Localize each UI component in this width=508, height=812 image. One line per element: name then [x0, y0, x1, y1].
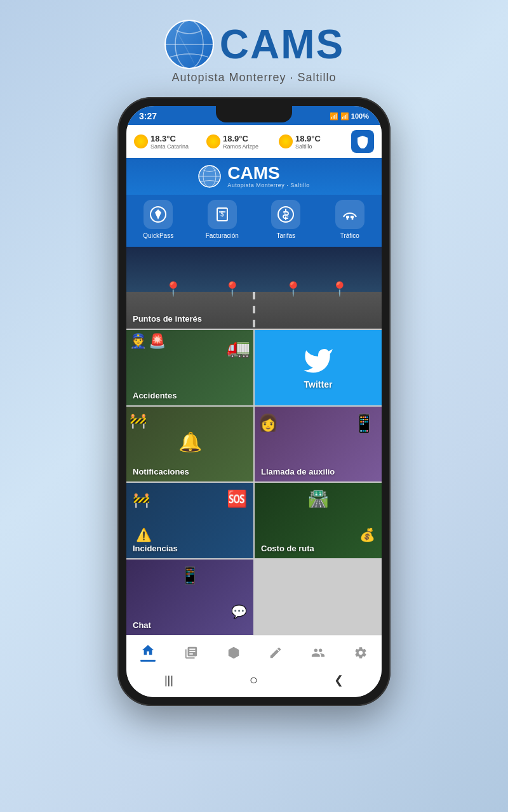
nav-home[interactable]: [135, 641, 161, 664]
twitter-label: Twitter: [304, 379, 333, 390]
chat-tile[interactable]: 📱 💬 Chat: [126, 560, 253, 635]
app-banner: CAMS Autopista Monterrey · Saltillo: [126, 158, 382, 195]
twitter-bird-icon: [299, 345, 337, 377]
weather-info-3: 18.9°C Saltillo: [295, 134, 321, 150]
nav-box[interactable]: [222, 643, 246, 662]
weather-item-1: 18.3°C Santa Catarina: [134, 134, 201, 150]
facturacion-button[interactable]: $ Facturación: [190, 200, 255, 239]
temp-3: 18.9°C: [295, 134, 321, 143]
facturacion-label: Facturación: [206, 232, 239, 239]
quick-access-bar: QuickPass $ Facturación: [126, 195, 382, 247]
costo-label: Costo de ruta: [255, 539, 321, 558]
temp-1: 18.3°C: [150, 134, 189, 143]
quickpass-button[interactable]: QuickPass: [126, 200, 190, 239]
logo-row: CAMS: [164, 19, 344, 70]
incidencias-label: Incidencias: [126, 539, 184, 558]
android-nav: ||| ○ ❮: [126, 667, 382, 697]
weather-item-3: 18.9°C Saltillo: [279, 134, 346, 150]
svg-point-16: [351, 218, 353, 220]
grid-container: 📍 📍 📍 📍 Puntos de interés 🚛 👮 🚨 Accident…: [126, 247, 382, 635]
phone-screen: 3:27 📶 📶 100% 18.3°C Santa Catarina 18.9…: [126, 106, 382, 697]
svg-marker-8: [155, 209, 161, 219]
banner-cams-label: CAMS: [227, 164, 279, 182]
notificaciones-tile[interactable]: 🔔 🚧 Notificaciones: [126, 407, 253, 482]
phone-notch: [216, 106, 292, 122]
weather-info-2: 18.9°C Ramos Arizpe: [223, 134, 258, 150]
incidencias-tile[interactable]: 🆘 🚧 ⚠️ Incidencias: [126, 483, 253, 558]
twitter-tile[interactable]: Twitter: [255, 330, 382, 405]
shield-icon[interactable]: [351, 130, 374, 153]
city-2: Ramos Arizpe: [223, 143, 258, 150]
top-logo: CAMS Autopista Monterrey · Saltillo: [164, 19, 344, 84]
sun-icon-1: [134, 134, 148, 148]
nav-home-indicator: [140, 660, 156, 662]
status-icons: 📶 📶 100%: [330, 112, 369, 121]
trafico-button[interactable]: Tráfico: [318, 200, 382, 239]
weather-item-2: 18.9°C Ramos Arizpe: [206, 134, 274, 150]
nav-settings[interactable]: [349, 643, 373, 662]
quickpass-icon: [144, 200, 173, 229]
puntos-label: Puntos de interés: [126, 309, 208, 329]
city-3: Saltillo: [295, 143, 321, 150]
android-home-button[interactable]: ○: [250, 672, 258, 688]
facturacion-icon: $: [208, 200, 237, 229]
weather-bar: 18.3°C Santa Catarina 18.9°C Ramos Arizp…: [126, 125, 382, 158]
banner-text: CAMS Autopista Monterrey · Saltillo: [227, 164, 310, 188]
nav-people[interactable]: [306, 643, 330, 662]
nav-book[interactable]: [179, 643, 203, 662]
logo-subtitle: Autopista Monterrey · Saltillo: [171, 71, 336, 84]
android-recent-button[interactable]: |||: [164, 674, 173, 687]
trafico-label: Tráfico: [340, 232, 359, 239]
costo-tile[interactable]: 🛣️ 💰 Costo de ruta: [255, 483, 382, 558]
bottom-nav: [126, 635, 382, 667]
auxilio-label: Llamada de auxilio: [255, 462, 341, 481]
svg-rect-13: [346, 216, 349, 218]
banner-globe-icon: [198, 165, 221, 188]
accidentes-tile[interactable]: 🚛 👮 🚨 Accidentes: [126, 330, 253, 405]
tarifas-label: Tarifas: [277, 232, 295, 239]
logo-cams: CAMS: [220, 24, 344, 65]
sun-icon-2: [206, 134, 220, 148]
puntos-tile[interactable]: 📍 📍 📍 📍 Puntos de interés: [126, 247, 382, 329]
notificaciones-label: Notificaciones: [126, 462, 196, 481]
tarifas-icon: [271, 200, 300, 229]
nav-tools[interactable]: [264, 643, 288, 662]
trafico-icon: [335, 200, 364, 229]
svg-rect-14: [351, 216, 354, 218]
city-1: Santa Catarina: [150, 143, 189, 150]
tarifas-button[interactable]: Tarifas: [254, 200, 318, 239]
android-back-button[interactable]: ❮: [334, 673, 344, 687]
status-time: 3:27: [139, 111, 157, 121]
weather-info-1: 18.3°C Santa Catarina: [150, 134, 189, 150]
banner-subtitle-label: Autopista Monterrey · Saltillo: [227, 182, 310, 188]
sun-icon-3: [279, 134, 293, 148]
auxilio-tile[interactable]: 📱 👩 Llamada de auxilio: [255, 407, 382, 482]
accidentes-label: Accidentes: [126, 386, 183, 405]
phone-frame: 3:27 📶 📶 100% 18.3°C Santa Catarina 18.9…: [117, 97, 391, 706]
temp-2: 18.9°C: [223, 134, 258, 143]
chat-label: Chat: [126, 615, 157, 635]
quickpass-label: QuickPass: [143, 232, 173, 239]
svg-point-15: [346, 218, 348, 220]
logo-globe-icon: [164, 19, 215, 70]
